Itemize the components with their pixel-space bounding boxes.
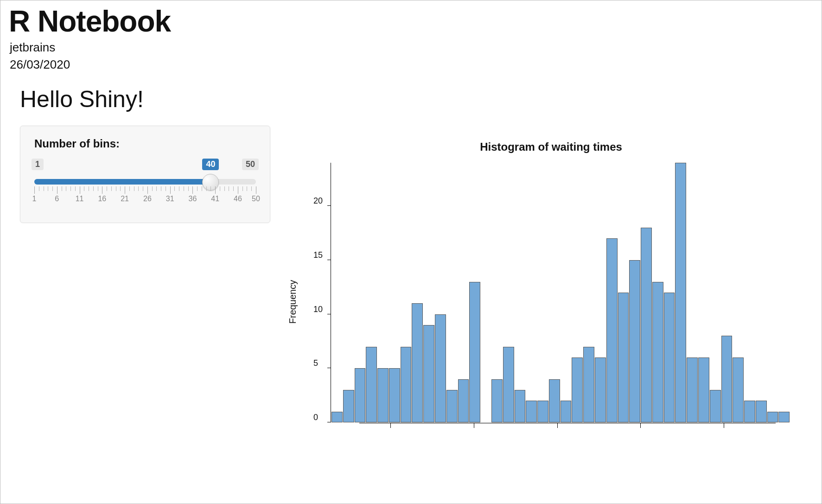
histogram-bar [491, 379, 503, 422]
slider-tick [229, 186, 229, 191]
histogram-bar [744, 401, 755, 422]
slider-panel: Number of bins: 1 50 40 1611162126313641… [20, 126, 270, 223]
y-axis-label: Frequency [287, 280, 298, 324]
histogram-bar [652, 282, 663, 422]
slider-tick [188, 186, 189, 191]
slider-tick [48, 186, 48, 191]
slider-tick [251, 186, 252, 191]
y-tick-label: 10 [313, 304, 323, 314]
histogram-bar [469, 282, 480, 422]
y-tick-label: 20 [313, 196, 323, 206]
slider-tick-label: 36 [189, 195, 197, 203]
histogram-bar [423, 325, 434, 422]
y-tick [327, 368, 331, 368]
y-tick [327, 260, 331, 260]
slider-label: Number of bins: [34, 137, 256, 150]
slider-tick-label: 31 [166, 195, 174, 203]
x-axis [359, 423, 776, 423]
slider-tick [224, 186, 225, 191]
x-tick [474, 423, 474, 428]
histogram-bar [526, 401, 537, 422]
app-title: Hello Shiny! [20, 86, 813, 113]
chart-title: Histogram of waiting times [289, 140, 813, 153]
histogram-bar [595, 357, 606, 422]
x-tick [557, 423, 558, 428]
slider-tick-label: 6 [55, 195, 59, 203]
slider-tick [39, 186, 39, 191]
slider-tick [134, 186, 134, 191]
slider-tick [34, 186, 35, 194]
slider-tick [80, 186, 80, 194]
histogram-bar [721, 336, 733, 422]
x-tick [640, 423, 641, 428]
histogram-bar [629, 260, 640, 422]
histogram-bar [664, 293, 675, 422]
slider-tick [143, 186, 143, 191]
slider-tick [125, 186, 125, 194]
histogram-bar [412, 303, 423, 422]
slider-tick-label: 16 [98, 195, 106, 203]
slider-fill [34, 179, 210, 185]
y-tick-label: 0 [313, 413, 318, 422]
slider-tick [166, 186, 166, 191]
slider-value-pill: 40 [202, 159, 219, 170]
slider-tick [242, 186, 243, 191]
y-tick [327, 314, 331, 314]
histogram-bar [687, 357, 698, 422]
y-tick-label: 15 [313, 250, 323, 260]
slider-tick [170, 186, 171, 194]
chart-column: Histogram of waiting times Frequency 051… [289, 126, 813, 441]
histogram-bar [675, 163, 686, 422]
slider-tick [129, 186, 130, 191]
slider-min-pill: 1 [32, 159, 44, 170]
slider-tick [116, 186, 116, 191]
histogram-bar [756, 401, 767, 422]
slider-tick [107, 186, 107, 191]
slider-max-pill: 50 [242, 159, 259, 170]
slider-tick [147, 186, 148, 194]
histogram-bar [343, 390, 354, 422]
histogram-bar [606, 238, 618, 422]
slider-tick [197, 186, 198, 191]
slider-tick [179, 186, 179, 191]
histogram-bar [537, 401, 548, 422]
slider-tick [111, 186, 112, 191]
y-axis: 05101520 [331, 163, 331, 422]
slider-tick [152, 186, 153, 191]
slider-tick [120, 186, 121, 191]
slider-tick [161, 186, 161, 191]
histogram-bar [733, 357, 744, 422]
histogram-bar [331, 412, 343, 422]
slider-tick [184, 186, 184, 191]
slider-tick [202, 186, 202, 191]
slider-tick [52, 186, 53, 191]
histogram-bar [583, 347, 594, 422]
y-tick [327, 422, 331, 422]
slider-tick [93, 186, 94, 191]
slider-tick [247, 186, 247, 191]
slider-tick-label: 50 [252, 195, 260, 203]
histogram-bar [561, 401, 572, 422]
histogram-bar [710, 390, 721, 422]
slider-tick [44, 186, 44, 191]
histogram-bar [549, 379, 560, 422]
slider-tick [98, 186, 98, 191]
histogram-bar [698, 357, 709, 422]
histogram-bar [458, 379, 469, 422]
y-tick-label: 5 [313, 358, 318, 368]
slider-track[interactable] [34, 179, 256, 185]
slider-tick-label: 41 [211, 195, 219, 203]
histogram-bar [778, 412, 790, 422]
slider-tick-label: 21 [121, 195, 129, 203]
histogram-bar [366, 347, 377, 422]
doc-author: jetbrains [10, 40, 813, 55]
slider-tick [220, 186, 220, 191]
histogram-bar [515, 390, 526, 422]
histogram-bar [503, 347, 514, 422]
notebook-page: R Notebook jetbrains 26/03/2020 Hello Sh… [0, 0, 822, 504]
slider-ticks: 16111621263136414650 [34, 186, 256, 205]
histogram-bar [572, 357, 583, 422]
slider-tick [256, 186, 256, 194]
slider-tick [215, 186, 216, 194]
bins-slider[interactable]: 1 50 40 16111621263136414650 [34, 159, 256, 210]
